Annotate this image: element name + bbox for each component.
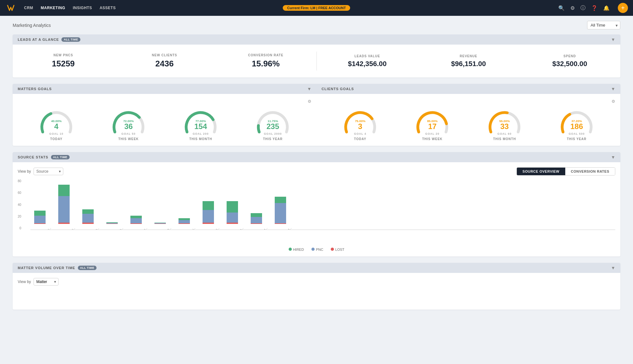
bar-x-label: Practi... xyxy=(204,226,220,230)
add-button[interactable]: + xyxy=(618,3,628,13)
svg-text:GOAL  4: GOAL 4 xyxy=(354,132,367,135)
legend-lost: LOST xyxy=(331,248,344,251)
matter-volume-header: MATTER VOLUME OVER TIME ALL TIME ▼ xyxy=(13,263,620,273)
bar-x-label: James R... xyxy=(156,226,172,230)
bar-segment xyxy=(203,201,214,210)
bar-x-label: LawPay... xyxy=(180,226,196,230)
bar-x-label: Rocket... xyxy=(253,226,268,230)
stacked-bar xyxy=(34,211,46,224)
matter-volume-chevron[interactable]: ▼ xyxy=(611,265,615,270)
matters-chevron[interactable]: ▼ xyxy=(307,86,311,91)
stacked-bar xyxy=(130,216,142,224)
matters-goals-body: ⚙ 40.00% 4 GOAL 10 TODAY 72.00% 36 GOAL … xyxy=(13,94,316,146)
top-nav: CRM MARKETING INSIGHTS ASSETS Current Fi… xyxy=(0,0,633,16)
gauge-label: THIS MONTH xyxy=(493,137,516,141)
matter-select[interactable]: Matter Attorney Source xyxy=(34,278,59,286)
source-controls: View by Source Attorney Matter Type SOUR… xyxy=(18,167,615,176)
bar-segment xyxy=(203,223,214,224)
source-chart-area: 806040200Attor...Confer...Facebo...Googl… xyxy=(18,179,615,243)
leads-new-pncs: NEW PNCS 15259 xyxy=(13,51,114,71)
leads-title: LEADS AT A GLANCE ALL TIME xyxy=(18,37,80,42)
svg-text:186: 186 xyxy=(570,122,583,131)
notifications-icon[interactable]: 🔔 xyxy=(603,5,610,11)
bar-group: LawPay... xyxy=(175,218,194,230)
nav-insights[interactable]: INSIGHTS xyxy=(73,4,92,11)
matter-volume-title: MATTER VOLUME OVER TIME ALL TIME xyxy=(18,266,97,270)
stacked-bar xyxy=(227,201,238,224)
search-icon[interactable]: 🔍 xyxy=(558,5,565,11)
bar-group: Instagr... xyxy=(127,216,146,230)
gauge-label: TODAY xyxy=(354,137,367,141)
source-stats-header: SOURCE STATS ALL TIME ▼ xyxy=(13,152,620,162)
leads-chevron[interactable]: ▼ xyxy=(611,37,615,42)
gauge-item: 40.00% 4 GOAL 10 TODAY xyxy=(37,106,75,141)
leads-glance-section: LEADS AT A GLANCE ALL TIME ▼ NEW PNCS 15… xyxy=(13,34,620,77)
gauge-label: THIS YEAR xyxy=(567,137,586,141)
bar-group: Untitl... xyxy=(271,197,290,230)
bar-segment xyxy=(275,197,286,203)
source-stats-body: View by Source Attorney Matter Type SOUR… xyxy=(13,162,620,256)
help-icon[interactable]: ❓ xyxy=(591,5,598,11)
chart-legend: HIRED PNC LOST xyxy=(18,248,615,251)
clients-chevron[interactable]: ▼ xyxy=(611,86,615,91)
leads-grid: NEW PNCS 15259 NEW CLIENTS 2436 CONVERSI… xyxy=(13,45,620,77)
bar-segment xyxy=(130,218,142,223)
view-by-source: View by Source Attorney Matter Type xyxy=(18,168,63,175)
bar-x-label: Google... xyxy=(108,226,124,230)
source-stats-chevron[interactable]: ▼ xyxy=(611,155,615,160)
bar-x-label: Attor... xyxy=(36,226,52,230)
gauge-item: 11.75% 235 GOAL 2000 THIS YEAR xyxy=(254,106,292,141)
gauge-item: 55.00% 33 GOAL 60 THIS MONTH xyxy=(486,106,523,141)
source-select[interactable]: Source Attorney Matter Type xyxy=(34,168,63,175)
page-header: Marketing Analytics All Time This Year T… xyxy=(13,21,620,29)
bar-segment xyxy=(251,213,262,217)
tab-source-overview[interactable]: SOURCE OVERVIEW xyxy=(517,168,565,175)
bar-segment xyxy=(275,223,286,224)
bar-segment xyxy=(251,223,262,224)
nav-marketing[interactable]: MARKETING xyxy=(41,4,65,11)
matter-volume-section: MATTER VOLUME OVER TIME ALL TIME ▼ View … xyxy=(13,263,620,310)
bar-group: Attor... xyxy=(30,211,49,230)
svg-text:GOAL  20: GOAL 20 xyxy=(425,132,440,135)
matters-gear-icon[interactable]: ⚙ xyxy=(308,99,311,104)
clients-gear-icon[interactable]: ⚙ xyxy=(611,99,615,104)
svg-text:36: 36 xyxy=(124,122,133,131)
svg-text:33: 33 xyxy=(500,122,509,131)
bar-segment xyxy=(275,203,286,223)
matters-settings: ⚙ xyxy=(18,99,311,104)
bar-segment xyxy=(227,223,238,224)
bar-segment xyxy=(34,216,46,223)
bar-segment xyxy=(227,213,238,223)
tab-conversion-rates[interactable]: CONVERSION RATES xyxy=(565,168,615,175)
main-nav: CRM MARKETING INSIGHTS ASSETS xyxy=(24,4,116,11)
stacked-bar xyxy=(251,213,262,224)
stacked-bar xyxy=(154,223,166,224)
matters-goals-title: MATTERS GOALS xyxy=(18,87,52,91)
bar-segment xyxy=(58,185,70,196)
source-tabs: SOURCE OVERVIEW CONVERSION RATES xyxy=(517,167,615,176)
source-stats-title: SOURCE STATS ALL TIME xyxy=(18,155,70,159)
nav-crm[interactable]: CRM xyxy=(24,4,33,11)
leads-header: LEADS AT A GLANCE ALL TIME ▼ xyxy=(13,34,620,45)
goals-section: MATTERS GOALS ▼ ⚙ 40.00% 4 GOAL 10 TODAY… xyxy=(13,84,620,146)
gauge-item: 85.00% 17 GOAL 20 THIS WEEK xyxy=(413,106,451,141)
source-select-wrapper: Source Attorney Matter Type xyxy=(34,168,63,175)
nav-assets[interactable]: ASSETS xyxy=(100,4,116,11)
bar-x-label: Untitl... xyxy=(277,226,292,230)
time-filter-select[interactable]: All Time This Year This Month This Week … xyxy=(587,21,620,29)
bar-segment xyxy=(179,220,190,223)
bar-group: James R... xyxy=(151,223,170,230)
gauge-label: THIS MONTH xyxy=(189,137,212,141)
bar-segment xyxy=(179,223,190,224)
clients-settings: ⚙ xyxy=(322,99,615,104)
bar-x-label: Facebo... xyxy=(84,226,100,230)
leads-spend: SPEND $32,500.00 xyxy=(519,52,620,71)
bar-segment xyxy=(82,223,94,224)
bar-group: Confer... xyxy=(54,185,73,230)
source-stats-section: SOURCE STATS ALL TIME ▼ View by Source A… xyxy=(13,152,620,256)
bar-group: Google... xyxy=(103,222,122,230)
bar-x-label: Instagr... xyxy=(132,226,148,230)
matters-gauges: 40.00% 4 GOAL 10 TODAY 72.00% 36 GOAL 50… xyxy=(18,106,311,141)
info-icon[interactable]: ⓘ xyxy=(580,5,586,11)
settings-icon[interactable]: ⚙ xyxy=(570,5,575,11)
